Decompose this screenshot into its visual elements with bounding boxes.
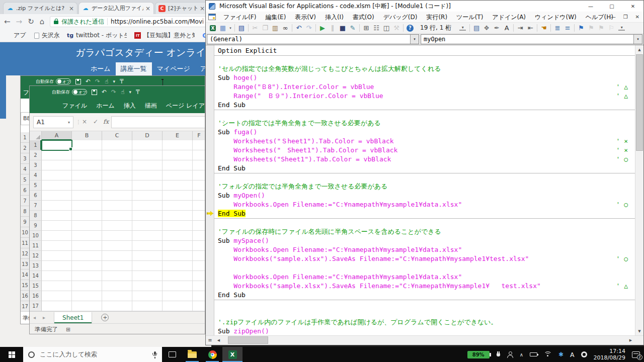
grid-cell[interactable] xyxy=(193,241,205,251)
reload-icon[interactable]: ↻ xyxy=(28,18,34,26)
procedure-dropdown[interactable]: myOpen ▾ xyxy=(421,34,642,44)
grid-cell[interactable] xyxy=(193,281,205,291)
sheet-next-icon[interactable]: ▸ xyxy=(39,315,49,320)
complete-word-icon[interactable]: A xyxy=(502,23,512,33)
grid-cell[interactable] xyxy=(72,160,102,170)
grid-cell[interactable] xyxy=(42,170,72,180)
toggle-breakpoint-icon[interactable]: ☚ xyxy=(539,23,549,33)
grid-cell[interactable] xyxy=(163,261,193,271)
name-box[interactable]: A1 ▾ xyxy=(33,116,73,128)
break-icon[interactable]: ‖ xyxy=(328,23,338,33)
grid-cell[interactable] xyxy=(163,170,193,180)
grid-cell[interactable] xyxy=(163,291,193,301)
grid-cell[interactable] xyxy=(163,251,193,261)
ribbon-tab[interactable]: ファイル xyxy=(58,98,92,113)
grid-cell[interactable] xyxy=(42,241,72,251)
toolbar-overflow-icon[interactable]: ▾ xyxy=(459,25,466,31)
grid-cell[interactable] xyxy=(72,191,102,201)
grid-cell[interactable] xyxy=(193,231,205,241)
parameter-info-icon[interactable]: ✒ xyxy=(492,23,502,33)
grid-cell[interactable] xyxy=(193,211,205,221)
sheet-prev-icon[interactable]: ◂ xyxy=(30,315,39,320)
uncomment-block-icon[interactable]: ≡ xyxy=(562,23,573,33)
code-line[interactable]: Sub myOpen() xyxy=(214,191,635,200)
ribbon-tab[interactable]: ページ レイアウト xyxy=(162,98,205,113)
row-header[interactable]: 7 xyxy=(30,201,42,211)
code-line[interactable]: Sub mySpace() xyxy=(214,236,635,245)
toolbox-icon[interactable]: ⚒ xyxy=(391,23,401,33)
grid-cell[interactable] xyxy=(102,140,132,150)
grid-cell[interactable] xyxy=(193,180,205,191)
row-header[interactable]: 1 xyxy=(30,140,42,150)
grid-cell[interactable] xyxy=(72,241,102,251)
row-header[interactable]: 2 xyxy=(30,150,42,160)
row-header[interactable]: 11 xyxy=(30,241,42,251)
undo-icon[interactable]: ↶ xyxy=(294,23,304,33)
grid-cell[interactable] xyxy=(102,261,132,271)
row-header[interactable]: 6 xyxy=(21,185,30,196)
code-editor[interactable]: Option Explicit'セルの指定では全角英数が混じってもこびとちゃんは… xyxy=(214,45,635,335)
grid-cell[interactable] xyxy=(72,211,102,221)
code-line[interactable]: Sub hoge() xyxy=(214,73,635,82)
code-margin[interactable] xyxy=(206,45,214,335)
maximize-icon[interactable]: □ xyxy=(601,1,622,12)
grid-cell[interactable] xyxy=(193,251,205,261)
grid-cell[interactable] xyxy=(163,160,193,170)
menu-item[interactable]: 表示(V) xyxy=(290,12,320,23)
paste-icon[interactable]: ▥ xyxy=(270,23,280,33)
ribbon-pin-icon[interactable]: ₸ xyxy=(120,78,124,84)
column-header[interactable]: B xyxy=(72,131,102,140)
scroll-down-icon[interactable]: ▼ xyxy=(635,327,643,335)
row-header[interactable]: 15 xyxy=(30,281,42,291)
grid-cell[interactable] xyxy=(42,261,72,271)
child-minimize-icon[interactable]: — xyxy=(611,12,616,23)
bookmark-item[interactable]: IT【豆知識】意外と知らな xyxy=(134,31,195,40)
grid-cell[interactable] xyxy=(193,261,205,271)
name-box-dropdown-icon[interactable]: ▾ xyxy=(68,120,70,125)
row-header[interactable]: 16 xyxy=(30,291,42,301)
find-icon[interactable]: ∞ xyxy=(280,23,290,33)
macro-record-icon[interactable]: ⊞ xyxy=(66,326,70,333)
column-header[interactable]: D xyxy=(132,131,163,140)
copy-icon[interactable]: ❐ xyxy=(260,23,270,33)
grid-cell[interactable] xyxy=(42,271,72,281)
row-header[interactable]: 3 xyxy=(21,153,30,164)
reset-icon[interactable]: ■ xyxy=(338,23,348,33)
grid-cell[interactable] xyxy=(42,140,72,150)
grid-cell[interactable] xyxy=(102,211,132,221)
row-header[interactable]: 8 xyxy=(30,211,42,221)
indent-icon[interactable]: ⇥ xyxy=(515,23,525,33)
clock[interactable]: 17:14 2018/08/29 xyxy=(594,348,625,361)
grid-cell[interactable] xyxy=(102,160,132,170)
menu-item[interactable]: 挿入(I) xyxy=(320,12,348,23)
save-icon[interactable]: ▤ xyxy=(236,23,247,33)
child-restore-icon[interactable]: ❐ xyxy=(623,12,628,23)
grid-cell[interactable] xyxy=(163,150,193,160)
touch-mode-icon[interactable]: ☝ xyxy=(105,78,108,84)
grid-cell[interactable] xyxy=(193,150,205,160)
grid-cell[interactable] xyxy=(42,211,72,221)
grid-cell[interactable] xyxy=(72,301,102,311)
row-header[interactable]: 10 xyxy=(21,227,30,238)
menu-item[interactable]: ツール(T) xyxy=(452,12,488,23)
minimize-icon[interactable]: — xyxy=(580,1,601,12)
grid-cell[interactable] xyxy=(72,221,102,231)
grid-cell[interactable] xyxy=(163,211,193,221)
code-line[interactable] xyxy=(214,309,635,318)
comment-block-icon[interactable]: ≣ xyxy=(552,23,562,33)
browser-tab[interactable]: C[2]チャットワ× xyxy=(155,2,208,14)
horizontal-scrollbar[interactable]: ≡ ◀ ▶ xyxy=(206,335,643,344)
hidden-icons-chevron[interactable]: ∧ xyxy=(520,352,523,357)
code-line[interactable]: '.zipファイル内のファイルは手作業であれば開けるが、プログラムで開くことがで… xyxy=(214,318,635,327)
tray-app-icon[interactable]: ✱ xyxy=(558,351,564,358)
code-line[interactable] xyxy=(214,173,635,182)
grid-cell[interactable] xyxy=(193,140,205,150)
row-header[interactable]: 14 xyxy=(21,269,30,280)
menu-item[interactable]: ファイル(F) xyxy=(219,12,261,23)
menu-item[interactable]: 書式(O) xyxy=(348,12,379,23)
grid-cell[interactable] xyxy=(132,160,163,170)
row-header[interactable]: 9 xyxy=(21,217,30,227)
code-line[interactable]: 'ファイルの保存時にファイル名先頭に半角スペースを含めることができる xyxy=(214,227,635,236)
grid-cell[interactable] xyxy=(72,281,102,291)
defender-icon[interactable] xyxy=(581,351,587,357)
